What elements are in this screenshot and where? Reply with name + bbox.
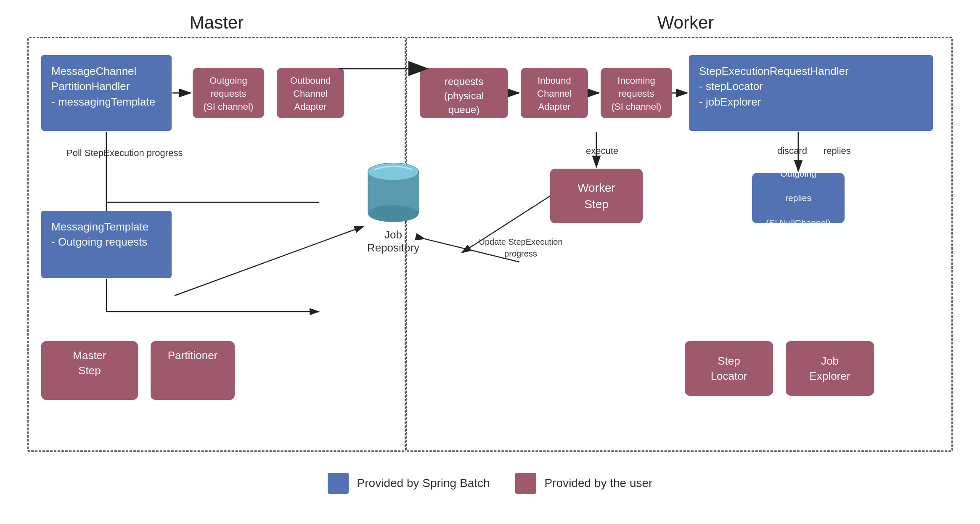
legend-spring-batch: Provided by Spring Batch [328,473,490,494]
replies-label: replies [824,146,851,156]
step-locator-label: StepLocator [711,353,747,384]
out-replies-line2: replies [785,192,811,204]
outgoing-req-line3: (SI channel) [204,101,254,112]
step-exec-handler-box: StepExecutionRequestHandler - stepLocato… [689,55,933,131]
worker-step-label: WorkerStep [577,180,615,212]
master-title: Master [190,13,244,32]
incoming-requests-box: Incoming requests (SI channel) [601,68,672,118]
outbound-line3: Adapter [294,101,326,112]
worker-inner: requests (physical queue) Inbound Channe… [420,55,941,434]
legend-spring-batch-label: Provided by Spring Batch [357,476,490,490]
out-replies-line3: (SI NullChannel) [766,217,831,229]
msg-tmpl-line1: MessagingTemplate [51,220,148,233]
msg-channel-line2: PartitionHandler [51,80,130,93]
msg-channel-line3: - messagingTemplate [51,95,155,108]
out-replies-line1: Outgoing [780,167,816,180]
outbound-line2: Channel [293,88,328,99]
requests-queue-box: requests (physical queue) [420,68,508,118]
master-step-label: MasterStep [73,349,106,377]
job-explorer-box: JobExplorer [786,341,874,396]
job-repository-container: Job Repository [364,155,423,254]
legend-blue-box [328,473,349,494]
job-repo-label: Job Repository [367,228,419,254]
master-section: MessageChannel PartitionHandler - messag… [27,37,406,452]
outgoing-replies-box: Outgoing replies (SI NullChannel) [752,173,845,223]
step-exec-line3: - jobExplorer [699,95,761,108]
step-locator-box: StepLocator [685,341,773,396]
inbound-line3: Adapter [538,101,570,112]
partitioner-label: Partitioner [168,349,218,362]
outgoing-req-line2: requests [211,88,246,99]
legend-user: Provided by the user [515,473,653,494]
partitioner-box: Partitioner [151,341,235,400]
diagram-container: Master Worker MessageChannel PartitionHa… [0,0,980,524]
req-queue-line2: (physical queue) [444,90,484,116]
poll-label: Poll StepExecution progress [66,148,183,159]
master-inner: MessageChannel PartitionHandler - messag… [41,55,395,434]
step-exec-line1: StepExecutionRequestHandler [699,65,849,77]
incoming-req-line2: requests [619,88,654,99]
worker-step-box: WorkerStep [550,169,643,223]
req-queue-line1: requests [445,76,483,87]
incoming-req-line1: Incoming [617,75,655,86]
inbound-channel-adapter-box: Inbound Channel Adapter [521,68,588,118]
discard-label: discard [777,146,807,156]
msg-channel-line1: MessageChannel [51,65,136,77]
outgoing-requests-box: Outgoing requests (SI channel) [193,68,264,118]
inbound-line1: Inbound [538,75,571,86]
worker-section: requests (physical queue) Inbound Channe… [406,37,953,452]
worker-title: Worker [657,13,714,32]
master-step-box: MasterStep [41,341,138,400]
inbound-line2: Channel [537,88,572,99]
msg-channel-handler-box: MessageChannel PartitionHandler - messag… [41,55,172,131]
svg-point-16 [368,205,418,222]
update-label: Update StepExecutionprogress [479,236,563,259]
messaging-template-box: MessagingTemplate - Outgoing requests [41,211,172,278]
execute-label: execute [586,146,618,156]
incoming-req-line3: (SI channel) [612,101,662,112]
legend: Provided by Spring Batch Provided by the… [328,473,653,494]
msg-tmpl-line2: - Outgoing requests [51,236,147,248]
outgoing-req-line1: Outgoing [209,75,247,86]
job-explorer-label: JobExplorer [810,353,850,384]
outbound-channel-adapter-box: Outbound Channel Adapter [277,68,344,118]
outbound-line1: Outbound [290,75,331,86]
legend-user-label: Provided by the user [545,476,653,490]
legend-maroon-box [515,473,536,494]
step-exec-line2: - stepLocator [699,80,763,93]
job-repository-cylinder [364,155,423,226]
